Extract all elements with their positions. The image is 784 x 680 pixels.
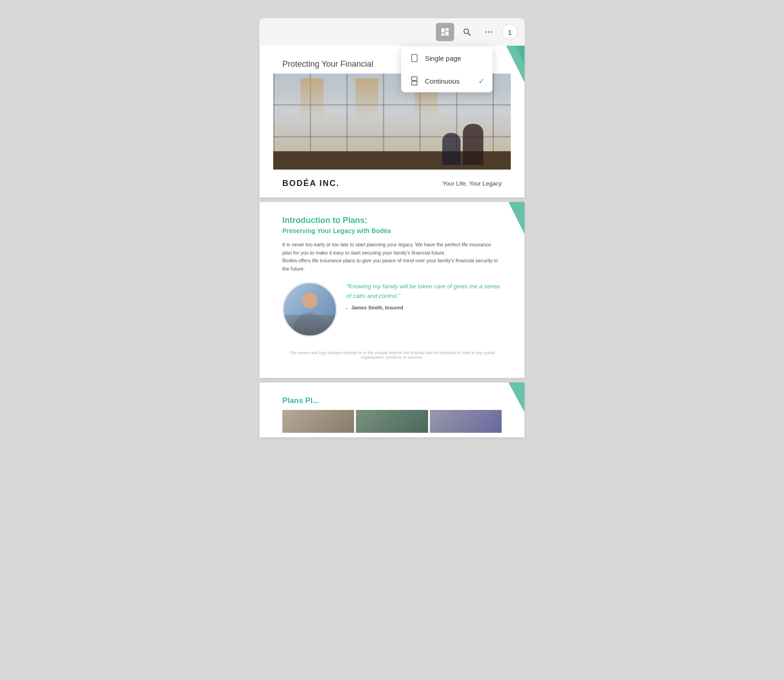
svg-rect-0: [441, 28, 445, 32]
view-mode-dropdown: Single page Continuous ✓: [401, 47, 493, 92]
view-mode-button[interactable]: [436, 23, 454, 41]
teal-accent-page3: [502, 382, 524, 412]
tagline: Your Life, Your Legacy: [442, 180, 502, 187]
svg-point-4: [464, 29, 469, 34]
check-icon: ✓: [478, 77, 484, 85]
quote-text: "Knowing my family will be taken care of…: [346, 282, 502, 301]
page2-content: Introduction to Plans: Preserving Your L…: [260, 202, 524, 378]
svg-rect-2: [445, 28, 449, 31]
svg-point-6: [486, 32, 487, 33]
continuous-label: Continuous: [425, 77, 460, 85]
page-3: Plans Pl...: [260, 382, 524, 437]
page3-title: Plans Pl...: [282, 392, 502, 405]
svg-line-5: [468, 33, 471, 36]
pdf-viewer: Single page Continuous ✓ 1: [260, 18, 524, 662]
page3-image-strip: [282, 410, 502, 433]
page1-title-text: Protecting Your Financial: [282, 59, 373, 69]
quote-author-name: James Smith, Insured: [351, 305, 403, 310]
continuous-option[interactable]: Continuous ✓: [401, 69, 493, 92]
page-number-badge: 1: [502, 24, 518, 40]
img-strip-2: [356, 410, 428, 433]
testimonial-area: "Knowing my family will be taken care of…: [282, 282, 502, 337]
toolbar: Single page Continuous ✓ 1: [260, 18, 524, 46]
disclaimer: The names and logo designs referred to i…: [282, 351, 502, 360]
img-strip-1: [282, 410, 354, 433]
continuous-icon: [409, 76, 419, 86]
section-title: Introduction to Plans:: [282, 216, 502, 225]
svg-marker-14: [509, 202, 524, 234]
svg-rect-10: [412, 77, 417, 80]
page1-footer: BODÉA INC. Your Life, Your Legacy: [260, 170, 524, 197]
more-options-button[interactable]: [480, 23, 498, 41]
brand-name: BODÉA INC.: [282, 179, 339, 188]
svg-rect-1: [441, 33, 445, 36]
section-body: It is never too early or too late to sta…: [282, 241, 502, 273]
teal-accent-page2: [502, 202, 524, 234]
page-2: Introduction to Plans: Preserving Your L…: [260, 202, 524, 378]
page3-content: Plans Pl...: [260, 382, 524, 437]
svg-rect-9: [412, 54, 417, 62]
img-strip-3: [430, 410, 502, 433]
quote-dash: -: [346, 305, 348, 310]
svg-marker-15: [509, 382, 524, 412]
search-button[interactable]: [458, 23, 476, 41]
svg-point-7: [488, 32, 490, 33]
single-page-option[interactable]: Single page: [401, 47, 493, 69]
section-subtitle: Preserving Your Legacy with Bodéa: [282, 227, 502, 234]
quote-author: - James Smith, Insured: [346, 305, 502, 310]
svg-rect-11: [412, 81, 417, 85]
quote-area: "Knowing my family will be taken care of…: [346, 282, 502, 310]
single-page-icon: [409, 53, 419, 63]
page-number: 1: [508, 28, 512, 36]
single-page-label: Single page: [425, 54, 461, 62]
svg-point-8: [491, 32, 493, 33]
pages-wrapper: Protecting Your Financial BODÉA INC. You…: [260, 46, 524, 437]
avatar: [282, 282, 337, 337]
svg-rect-3: [445, 32, 449, 36]
